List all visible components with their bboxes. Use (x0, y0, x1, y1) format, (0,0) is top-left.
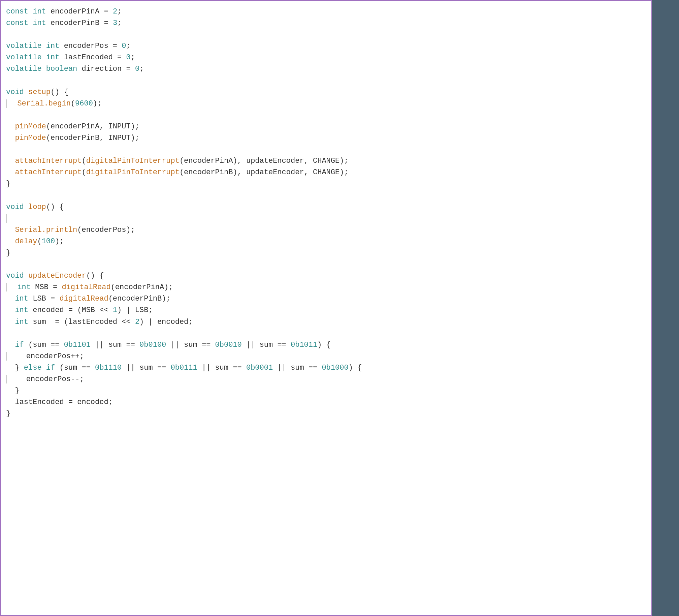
code-area[interactable]: const int encoderPinA = 2; const int enc… (0, 0, 652, 616)
sidebar-right (652, 0, 679, 616)
editor-container: const int encoderPinA = 2; const int enc… (0, 0, 679, 616)
code-block: const int encoderPinA = 2; const int enc… (6, 6, 645, 420)
